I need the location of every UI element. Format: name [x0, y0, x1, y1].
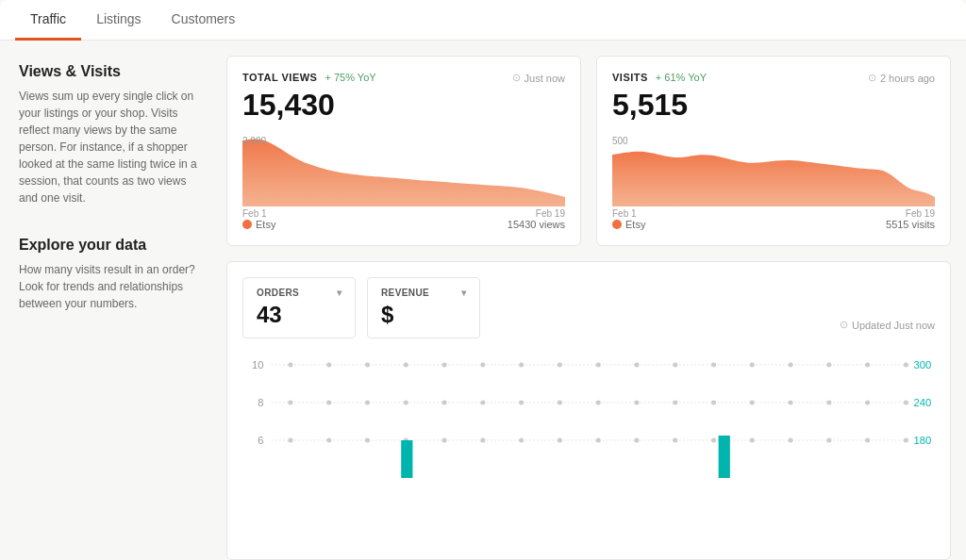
svg-text:8: 8 — [258, 397, 263, 408]
total-views-timestamp: ⊙ Just now — [512, 72, 565, 84]
total-views-chart: 2,000 Feb 1 Feb — [242, 136, 565, 211]
svg-point-52 — [634, 438, 639, 443]
svg-point-43 — [288, 438, 292, 443]
total-views-header: TOTAL VIEWS + 75% YoY ⊙ Just now — [242, 72, 565, 84]
svg-point-44 — [326, 438, 331, 443]
svg-point-49 — [519, 438, 524, 443]
total-views-legend: Etsy — [242, 219, 275, 230]
svg-point-22 — [789, 363, 793, 368]
explore-title: Explore your data — [19, 237, 208, 254]
visits-card: VISITS + 61% YoY ⊙ 2 hours ago 5,515 500 — [596, 56, 951, 246]
svg-point-11 — [365, 363, 370, 368]
total-views-count: 15430 views — [508, 219, 565, 230]
svg-point-53 — [673, 438, 677, 443]
svg-point-45 — [365, 438, 370, 443]
svg-point-12 — [404, 363, 408, 368]
svg-point-16 — [558, 363, 562, 368]
svg-point-41 — [865, 401, 870, 405]
svg-point-20 — [711, 363, 716, 368]
svg-point-9 — [288, 363, 292, 368]
explore-metrics: ORDERS ▾ 43 REVENUE ▾ $ — [242, 277, 935, 338]
svg-point-34 — [596, 401, 601, 405]
svg-point-31 — [480, 401, 485, 405]
total-views-footer: Etsy 15430 views — [242, 219, 565, 230]
main-content: Views & Visits Views sum up every single… — [0, 41, 966, 560]
svg-text:180: 180 — [914, 435, 932, 446]
orders-label: ORDERS ▾ — [257, 288, 341, 298]
svg-point-35 — [634, 401, 639, 405]
revenue-chevron: ▾ — [461, 288, 466, 298]
svg-point-10 — [326, 363, 331, 368]
svg-rect-61 — [719, 436, 730, 478]
svg-point-17 — [596, 363, 601, 368]
svg-point-32 — [519, 401, 524, 405]
revenue-label: REVENUE ▾ — [381, 288, 466, 298]
svg-point-28 — [365, 401, 370, 405]
visits-timestamp: ⊙ 2 hours ago — [868, 72, 935, 84]
svg-point-48 — [480, 438, 485, 443]
total-views-dates: Feb 1 Feb 19 — [242, 208, 565, 219]
svg-point-50 — [558, 438, 562, 443]
visits-title: VISITS — [612, 72, 648, 83]
total-views-max: 2,000 — [242, 136, 266, 146]
total-views-yoy: + 75% YoY — [325, 72, 375, 83]
svg-point-30 — [442, 401, 447, 405]
svg-text:10: 10 — [252, 359, 263, 371]
svg-point-59 — [904, 438, 908, 443]
clock-icon: ⊙ — [512, 72, 521, 84]
revenue-value: $ — [381, 302, 466, 328]
svg-point-47 — [442, 438, 447, 443]
svg-point-23 — [826, 363, 831, 368]
svg-point-56 — [789, 438, 793, 443]
svg-point-29 — [404, 401, 408, 405]
total-views-dot — [242, 220, 252, 229]
total-views-title-row: TOTAL VIEWS + 75% YoY — [242, 72, 376, 83]
visits-yoy: + 61% YoY — [656, 72, 707, 83]
explore-sidebar: Explore your data How many visits result… — [19, 237, 208, 312]
revenue-selector[interactable]: REVENUE ▾ $ — [367, 277, 480, 338]
updated-label: ⊙ Updated Just now — [840, 319, 935, 331]
tab-customers[interactable]: Customers — [157, 0, 251, 41]
svg-point-39 — [789, 401, 793, 405]
svg-text:6: 6 — [258, 435, 263, 446]
visits-title-row: VISITS + 61% YoY — [612, 72, 707, 83]
svg-point-36 — [673, 401, 677, 405]
visits-legend: Etsy — [612, 219, 645, 230]
views-visits-title: Views & Visits — [19, 63, 208, 80]
visits-dates: Feb 1 Feb 19 — [612, 208, 935, 219]
orders-chevron: ▾ — [337, 288, 341, 298]
svg-point-42 — [904, 401, 908, 405]
svg-point-18 — [634, 363, 639, 368]
svg-rect-60 — [401, 440, 412, 478]
total-views-title: TOTAL VIEWS — [242, 72, 317, 83]
total-views-card: TOTAL VIEWS + 75% YoY ⊙ Just now 15,430 … — [226, 56, 581, 246]
explore-chart-area: 10 8 6 300 240 180 — [242, 346, 935, 478]
tab-listings[interactable]: Listings — [81, 0, 156, 41]
svg-point-51 — [596, 438, 601, 443]
total-views-value: 15,430 — [242, 88, 565, 123]
visits-chart: 500 Feb 1 Feb 19 — [612, 136, 935, 211]
svg-point-37 — [711, 401, 716, 405]
svg-point-15 — [519, 363, 524, 368]
tab-bar: Traffic Listings Customers — [0, 0, 966, 41]
tab-traffic[interactable]: Traffic — [15, 0, 81, 41]
svg-point-25 — [904, 363, 908, 368]
svg-point-26 — [288, 401, 292, 405]
svg-point-40 — [826, 401, 831, 405]
orders-selector[interactable]: ORDERS ▾ 43 — [242, 277, 356, 338]
clock-icon-updated: ⊙ — [840, 319, 848, 331]
svg-point-24 — [865, 363, 870, 368]
visits-count: 5515 visits — [886, 219, 935, 230]
svg-point-54 — [711, 438, 716, 443]
svg-point-55 — [750, 438, 755, 443]
orders-value: 43 — [257, 302, 341, 328]
top-metrics-row: TOTAL VIEWS + 75% YoY ⊙ Just now 15,430 … — [226, 56, 951, 246]
visits-footer: Etsy 5515 visits — [612, 219, 935, 230]
explore-card: ORDERS ▾ 43 REVENUE ▾ $ — [226, 261, 951, 560]
visits-header: VISITS + 61% YoY ⊙ 2 hours ago — [612, 72, 935, 84]
clock-icon-visits: ⊙ — [868, 72, 876, 84]
svg-point-14 — [480, 363, 485, 368]
svg-point-57 — [826, 438, 831, 443]
content-area: TOTAL VIEWS + 75% YoY ⊙ Just now 15,430 … — [226, 41, 966, 560]
svg-text:240: 240 — [914, 397, 932, 408]
